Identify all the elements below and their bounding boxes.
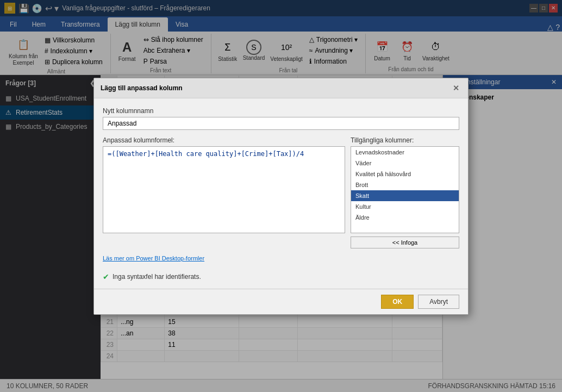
modal-column-item[interactable]: Äldre — [351, 212, 459, 223]
modal-validation: ✔ Inga syntaxfel har identifierats. — [94, 270, 468, 281]
modal-field-name: Nytt kolumnnamn — [103, 107, 459, 130]
validation-icon: ✔ — [103, 272, 109, 281]
modal-field-label: Nytt kolumnnamn — [103, 107, 459, 115]
modal-columns-label: Tillgängliga kolumner: — [351, 136, 459, 144]
modal-titlebar: Lägg till anpassad kolumn ✕ — [94, 78, 468, 98]
modal-formula-area: Anpassad kolumnformel: =([Weather]+[Heal… — [103, 136, 345, 248]
modal-columns-panel: Tillgängliga kolumner: LevnadskostnaderV… — [351, 136, 459, 248]
modal-formula-input[interactable]: =([Weather]+[Health care quality]+[Crime… — [103, 146, 345, 233]
validation-text: Inga syntaxfel har identifierats. — [113, 273, 201, 281]
modal-column-item[interactable]: Skatt — [351, 190, 459, 201]
modal-ok-button[interactable]: OK — [381, 295, 414, 309]
modal-column-item[interactable]: Brott — [351, 179, 459, 190]
modal-close-button[interactable]: ✕ — [451, 83, 461, 94]
modal-column-item[interactable]: Levnadskostnader — [351, 147, 459, 158]
modal-footer: OK Avbryt — [94, 289, 468, 314]
modal-learn-more-link[interactable]: Läs mer om Power BI Desktop-formler — [103, 255, 459, 262]
modal-insert-button[interactable]: << Infoga — [351, 237, 459, 248]
modal-content-row: Anpassad kolumnformel: =([Weather]+[Heal… — [103, 136, 459, 248]
modal-column-item[interactable]: Kultur — [351, 201, 459, 212]
modal-overlay: Lägg till anpassad kolumn ✕ Nytt kolumnn… — [0, 0, 562, 392]
modal-column-item[interactable]: Väder — [351, 158, 459, 169]
modal-column-name-input[interactable] — [103, 117, 459, 130]
modal: Lägg till anpassad kolumn ✕ Nytt kolumnn… — [93, 78, 469, 315]
modal-column-item[interactable]: Kvalitet på hälsovård — [351, 169, 459, 179]
modal-body: Nytt kolumnnamn Anpassad kolumnformel: =… — [94, 98, 468, 270]
modal-cancel-button[interactable]: Avbryt — [418, 295, 459, 309]
modal-formula-label: Anpassad kolumnformel: — [103, 136, 345, 144]
modal-title: Lägg till anpassad kolumn — [101, 84, 183, 92]
modal-columns-list: LevnadskostnaderVäderKvalitet på hälsovå… — [351, 146, 459, 233]
